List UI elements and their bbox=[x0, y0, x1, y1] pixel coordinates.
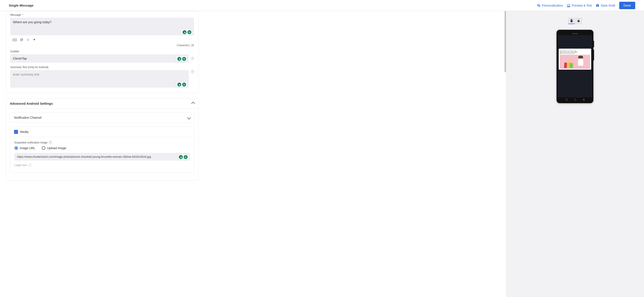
scrollbar-thumb[interactable] bbox=[504, 11, 506, 72]
grammarly-icon[interactable]: G bbox=[184, 155, 188, 159]
subtitle-label: Subtitle bbox=[10, 50, 194, 53]
chevron-down-icon bbox=[187, 116, 191, 120]
media-checkbox[interactable]: ✓ bbox=[14, 130, 18, 134]
svg-point-0 bbox=[568, 5, 569, 6]
notif-title: Don't miss out on this offer! bbox=[560, 51, 590, 52]
image-url-input[interactable] bbox=[14, 153, 190, 161]
notif-image bbox=[560, 55, 590, 69]
notif-body: Where are you going today? bbox=[560, 53, 590, 54]
save-draft-label: Save Draft bbox=[600, 4, 615, 7]
main-layout: Message * ◑ G {()} @ ☺ ✦ Characters: 26 bbox=[0, 11, 644, 297]
notification-preview: BeardedRobot • CleverTap • now Don't mis… bbox=[559, 49, 591, 70]
help-icon[interactable]: ? bbox=[191, 70, 194, 73]
message-label: Message * bbox=[10, 13, 194, 16]
nav-back-icon bbox=[583, 99, 584, 101]
message-label-text: Message bbox=[10, 13, 21, 16]
image-url-option[interactable]: Image URL bbox=[14, 146, 35, 150]
apple-icon bbox=[577, 19, 580, 22]
notification-channel-title: Notification Channel bbox=[14, 116, 42, 119]
phone-side-button bbox=[593, 41, 594, 47]
advanced-android-body: Notification Channel ✓ Media bbox=[6, 109, 198, 181]
large-icon-label-text: Large Icon bbox=[14, 164, 27, 167]
notif-meta: BeardedRobot • CleverTap • now bbox=[560, 49, 590, 51]
notification-channel-section: Notification Channel bbox=[10, 113, 194, 123]
nav-recents-icon bbox=[566, 99, 568, 100]
bulb-icon[interactable]: ◑ bbox=[179, 155, 183, 159]
done-button[interactable]: Done bbox=[619, 2, 635, 9]
save-icon bbox=[596, 4, 599, 7]
media-title: Media bbox=[20, 130, 28, 134]
subtitle-row: ◑ G ? bbox=[10, 54, 194, 63]
phone-speaker bbox=[572, 33, 578, 34]
scrollbar[interactable] bbox=[504, 11, 506, 297]
preview-test-button[interactable]: Preview & Test bbox=[567, 4, 592, 7]
top-bar: Single Message Personalization Preview &… bbox=[0, 0, 644, 11]
phone-side-button-2 bbox=[593, 49, 594, 60]
advanced-android-title: Advanced Android Settings bbox=[10, 102, 53, 105]
advanced-android-section: Advanced Android Settings Notification C… bbox=[6, 98, 198, 181]
android-icon bbox=[570, 19, 573, 22]
phone-nav-buttons bbox=[558, 97, 592, 102]
phone-preview: BeardedRobot • CleverTap • now Don't mis… bbox=[556, 30, 593, 103]
advanced-android-header[interactable]: Advanced Android Settings bbox=[6, 99, 198, 109]
required-asterisk: * bbox=[22, 13, 24, 16]
grammarly-badges-summary: ◑ G bbox=[176, 82, 187, 87]
large-icon-label: Large Icon ? bbox=[14, 164, 190, 167]
phone-screen: BeardedRobot • CleverTap • now Don't mis… bbox=[558, 35, 592, 97]
upload-image-label: Upload Image bbox=[47, 146, 66, 150]
chevron-up-icon bbox=[191, 102, 195, 105]
bulb-icon[interactable]: ◑ bbox=[177, 83, 181, 86]
help-icon[interactable]: ? bbox=[49, 141, 52, 144]
preview-test-label: Preview & Test bbox=[572, 4, 592, 7]
topbar-actions: Personalization Preview & Test Save Draf… bbox=[537, 2, 635, 9]
grammarly-badges: ◑ G bbox=[182, 30, 192, 35]
grammarly-icon[interactable]: G bbox=[188, 30, 191, 34]
grammarly-icon[interactable]: G bbox=[182, 57, 186, 61]
platform-tabs bbox=[568, 17, 582, 24]
sparkle-icon[interactable]: ✦ bbox=[33, 38, 36, 42]
bulb-icon[interactable]: ◑ bbox=[182, 30, 186, 34]
media-body: Expanded notification image ? Image URL bbox=[10, 137, 194, 172]
image-source-radio: Image URL Upload Image bbox=[14, 146, 190, 150]
media-section: ✓ Media Expanded notification image ? bbox=[10, 127, 194, 173]
save-draft-button[interactable]: Save Draft bbox=[596, 4, 615, 7]
ios-tab[interactable] bbox=[575, 17, 582, 24]
page-title: Single Message bbox=[9, 3, 34, 7]
grammarly-badges-url: ◑ G bbox=[178, 155, 188, 159]
preview-icon bbox=[567, 4, 570, 7]
emoji-icon[interactable]: ☺ bbox=[26, 38, 30, 42]
gear-icon bbox=[537, 4, 540, 7]
preview-panel: BeardedRobot • CleverTap • now Don't mis… bbox=[506, 11, 644, 297]
expanded-image-label-text: Expanded notification image bbox=[14, 141, 48, 144]
nav-home-icon bbox=[574, 99, 576, 100]
summary-label: Summary Text (Only for Android) bbox=[10, 66, 189, 69]
liquid-icon[interactable]: {()} bbox=[12, 38, 17, 42]
message-input[interactable] bbox=[10, 18, 194, 35]
summary-input[interactable] bbox=[10, 70, 189, 88]
left-panel: Message * ◑ G {()} @ ☺ ✦ Characters: 26 bbox=[0, 11, 506, 297]
message-card: Message * ◑ G {()} @ ☺ ✦ Characters: 26 bbox=[6, 11, 198, 93]
notification-channel-header[interactable]: Notification Channel bbox=[10, 113, 194, 122]
grammarly-badges-subtitle: ◑ G bbox=[176, 56, 187, 61]
personalization-label: Personalization bbox=[542, 4, 563, 7]
help-icon[interactable]: ? bbox=[191, 57, 194, 60]
message-toolbar: {()} @ ☺ ✦ bbox=[10, 36, 194, 42]
char-count: Characters: 26 bbox=[10, 44, 194, 47]
bulb-icon[interactable]: ◑ bbox=[177, 57, 181, 61]
android-tab[interactable] bbox=[568, 17, 575, 24]
message-field-wrap: ◑ G bbox=[10, 18, 194, 36]
expanded-image-label: Expanded notification image ? bbox=[14, 141, 190, 144]
grammarly-icon[interactable]: G bbox=[182, 83, 186, 86]
image-url-label: Image URL bbox=[20, 146, 35, 150]
subtitle-input[interactable] bbox=[10, 54, 189, 63]
help-icon[interactable]: ? bbox=[28, 164, 31, 167]
image-url-wrap: ◑ G bbox=[14, 153, 190, 161]
personalization-button[interactable]: Personalization bbox=[537, 4, 563, 7]
media-header[interactable]: ✓ Media bbox=[10, 127, 194, 137]
upload-image-option[interactable]: Upload Image bbox=[42, 146, 66, 150]
mention-icon[interactable]: @ bbox=[20, 38, 23, 42]
